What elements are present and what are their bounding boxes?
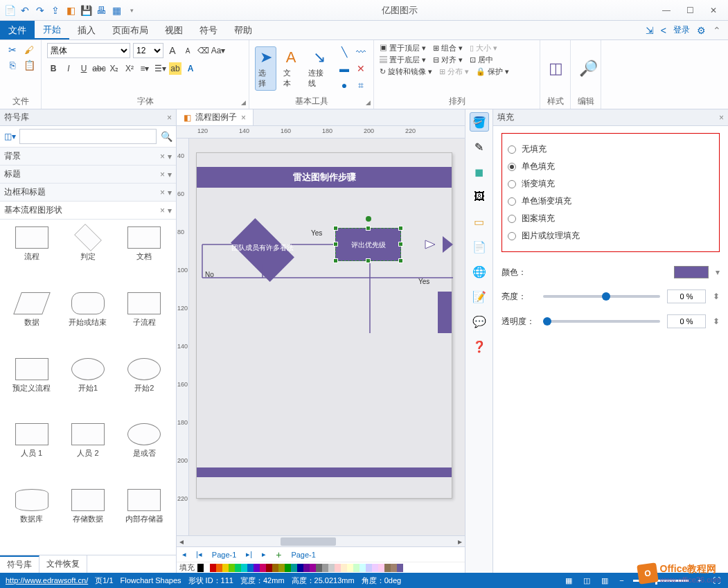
category-background[interactable]: 背景×▾ [0, 148, 176, 166]
protect-button[interactable]: 🔒 保护 ▾ [476, 66, 509, 77]
close-button[interactable]: ✕ [704, 3, 722, 17]
swatch[interactable] [272, 564, 278, 572]
swatch[interactable] [197, 564, 204, 572]
export-icon[interactable]: ⇪ [48, 3, 62, 17]
page-prev[interactable]: ◂ [179, 550, 189, 559]
category-flowchart[interactable]: 基本流程图形状×▾ [0, 202, 176, 220]
font-launcher-icon[interactable]: ◢ [241, 99, 246, 106]
distribute-button[interactable]: ⊞ 分布 ▾ [439, 66, 469, 77]
copy-icon[interactable]: ⎘ [6, 58, 19, 72]
minimize-button[interactable]: — [657, 3, 675, 17]
shape-存储数据[interactable]: 存储数据 [60, 486, 115, 551]
star-shape-icon[interactable]: ✕ [354, 62, 368, 75]
tab-layout[interactable]: 页面布局 [104, 21, 157, 39]
tab-symbol[interactable]: 符号 [191, 21, 226, 39]
italic-button[interactable]: I [62, 62, 75, 75]
tab-file[interactable]: 文件 [0, 21, 35, 39]
category-title[interactable]: 标题×▾ [0, 166, 176, 184]
font-family-select[interactable]: 黑体 [47, 43, 130, 58]
settings-icon[interactable]: ⚙ [697, 25, 706, 36]
fill-option-0[interactable]: 无填充 [508, 141, 713, 158]
canvas-scroll[interactable]: 雷达图制作步骤 团队成员有许多看法 Yes Yes No [189, 139, 465, 535]
shape-开始2[interactable]: 开始2 [117, 355, 172, 420]
swatch[interactable] [254, 564, 260, 572]
paste-icon[interactable]: 📋 [22, 58, 36, 72]
drawing-page[interactable]: 雷达图制作步骤 团队成员有许多看法 Yes Yes No [196, 152, 452, 499]
swatch[interactable] [347, 564, 353, 572]
redo-icon[interactable]: ↷ [33, 3, 47, 17]
clear-format-icon[interactable]: ⌫ [197, 44, 209, 57]
symbol-search-input[interactable] [19, 129, 157, 144]
swatch[interactable] [235, 564, 241, 572]
export-button[interactable]: ⇲ [646, 25, 654, 36]
swatch[interactable] [241, 564, 247, 572]
color-picker[interactable] [674, 266, 709, 278]
swatch[interactable] [359, 564, 366, 572]
options-icon[interactable]: ▦ [109, 3, 123, 17]
shape-数据[interactable]: 数据 [4, 289, 59, 354]
fill-option-4[interactable]: 图案填充 [508, 210, 713, 227]
connector-tool-button[interactable]: ↘ 连接线 [305, 47, 333, 90]
bold-button[interactable]: B [47, 62, 60, 75]
swatch[interactable] [247, 564, 254, 572]
library-icon[interactable]: ◫▾ [3, 130, 17, 143]
swatch[interactable] [303, 564, 310, 572]
maximize-button[interactable]: ☐ [681, 3, 699, 17]
comment-tool-icon[interactable]: 💬 [470, 312, 489, 331]
qat-dropdown-icon[interactable]: ▾ [125, 3, 139, 17]
rect-shape-icon[interactable]: ▬ [337, 62, 351, 75]
status-url[interactable]: http://www.edrawsoft.cn/ [6, 576, 88, 585]
shadow-tool-icon[interactable]: ◼ [470, 162, 489, 181]
brightness-slider[interactable] [543, 295, 660, 298]
opacity-value[interactable]: 0 % [667, 314, 706, 328]
swatch[interactable] [391, 564, 397, 572]
shape-子流程[interactable]: 子流程 [117, 289, 172, 354]
to-front-button[interactable]: ▣ 置于顶层 ▾ [380, 43, 426, 53]
swatch[interactable] [353, 564, 359, 572]
fill-option-5[interactable]: 图片或纹理填充 [508, 227, 713, 244]
swatch[interactable] [341, 564, 347, 572]
superscript-button[interactable]: X² [123, 62, 136, 75]
swatch[interactable] [366, 564, 372, 572]
swatch[interactable] [291, 564, 297, 572]
select-tool-button[interactable]: ➤ 选择 [255, 46, 276, 91]
underline-button[interactable]: U [78, 62, 90, 75]
tab-insert[interactable]: 插入 [69, 21, 104, 39]
ellipse-shape-icon[interactable]: ● [337, 78, 351, 92]
selected-process-shape[interactable]: 评出优先级 [335, 228, 401, 261]
brightness-value[interactable]: 0 % [667, 289, 706, 303]
shape-预定义流程[interactable]: 预定义流程 [4, 355, 59, 420]
shape-数据库[interactable]: 数据库 [4, 486, 59, 551]
group-button[interactable]: ⊞ 组合 ▾ [433, 43, 463, 53]
find-button[interactable]: 🔎 [576, 58, 601, 79]
page-tab-1[interactable]: Page-1 [209, 551, 239, 559]
swatch[interactable] [285, 564, 291, 572]
shape-是或否[interactable]: 是或否 [117, 420, 172, 485]
brightness-stepper[interactable]: ⬍ [713, 292, 720, 301]
swatch[interactable] [260, 564, 266, 572]
swatch[interactable] [210, 564, 216, 572]
cut-icon[interactable]: ✂ [6, 43, 19, 57]
shape-人员 2[interactable]: 人员 2 [60, 420, 115, 485]
shape-人员 1[interactable]: 人员 1 [4, 420, 59, 485]
crop-icon[interactable]: ⌗ [354, 78, 368, 92]
bullets-icon[interactable]: ☰▾ [154, 62, 166, 75]
fill-option-2[interactable]: 渐变填充 [508, 175, 713, 193]
page-tool-icon[interactable]: 📄 [470, 237, 489, 256]
swatch[interactable] [229, 564, 235, 572]
tab-help[interactable]: 帮助 [226, 21, 260, 39]
swatch[interactable] [278, 564, 285, 572]
swatch[interactable] [378, 564, 384, 572]
line-tool-icon[interactable]: ✎ [470, 137, 489, 157]
style-button[interactable]: ◫ [546, 58, 566, 79]
tab-view[interactable]: 视图 [157, 21, 191, 39]
shape-文档[interactable]: 文档 [117, 224, 172, 288]
swatch[interactable] [372, 564, 378, 572]
opacity-slider[interactable] [543, 320, 660, 323]
fill-panel-close-icon[interactable]: × [719, 113, 724, 123]
size-button[interactable]: ▯ 大小 ▾ [470, 43, 497, 53]
title-banner[interactable]: 雷达图制作步骤 [197, 167, 452, 188]
tab-start[interactable]: 开始 [35, 21, 69, 39]
increase-font-icon[interactable]: A [166, 44, 179, 57]
font-size-select[interactable]: 12 [133, 43, 163, 58]
